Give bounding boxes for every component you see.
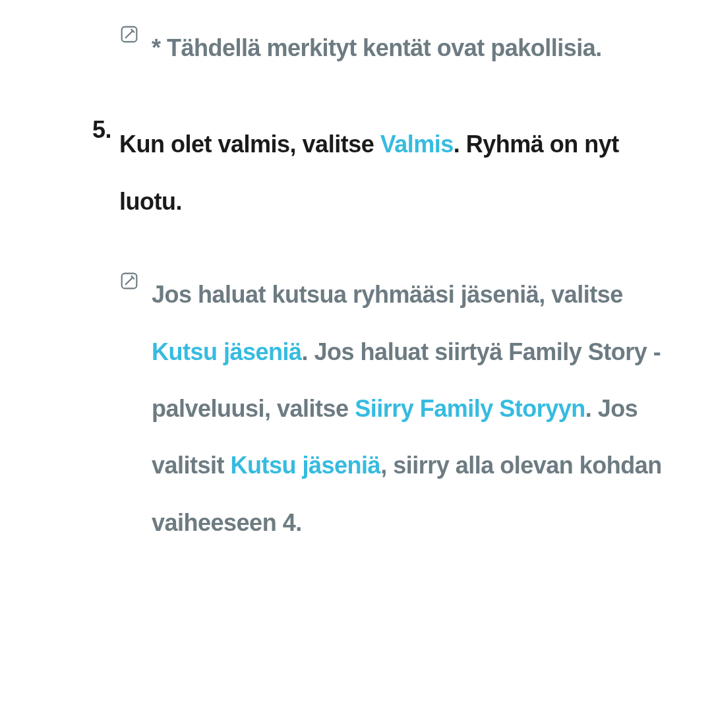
- document-content: * Tähdellä merkityt kentät ovat pakollis…: [33, 20, 679, 551]
- step-5: 5. Kun olet valmis, valitse Valmis. Ryhm…: [92, 116, 679, 230]
- note-icon: [119, 270, 140, 291]
- note-text: Jos haluat kutsua ryhmääsi jäseniä, vali…: [152, 266, 679, 551]
- ui-label-siirry-family-storyyn: Siirry Family Storyyn: [355, 395, 585, 422]
- note-invite-members: Jos haluat kutsua ryhmääsi jäseniä, vali…: [92, 266, 679, 551]
- note-text-part: Jos haluat kutsua ryhmääsi jäseniä, vali…: [152, 281, 623, 308]
- note-text: * Tähdellä merkityt kentät ovat pakollis…: [152, 20, 602, 76]
- step-text: Kun olet valmis, valitse Valmis. Ryhmä o…: [119, 116, 679, 230]
- step-number: 5.: [92, 116, 111, 144]
- step-text-part: Kun olet valmis, valitse: [119, 131, 380, 158]
- ui-label-valmis: Valmis: [380, 131, 454, 158]
- note-icon: [119, 24, 140, 45]
- note-required-fields: * Tähdellä merkityt kentät ovat pakollis…: [92, 20, 679, 76]
- ui-label-kutsu-jasenia-2: Kutsu jäseniä: [231, 452, 381, 479]
- ui-label-kutsu-jasenia: Kutsu jäseniä: [152, 338, 302, 365]
